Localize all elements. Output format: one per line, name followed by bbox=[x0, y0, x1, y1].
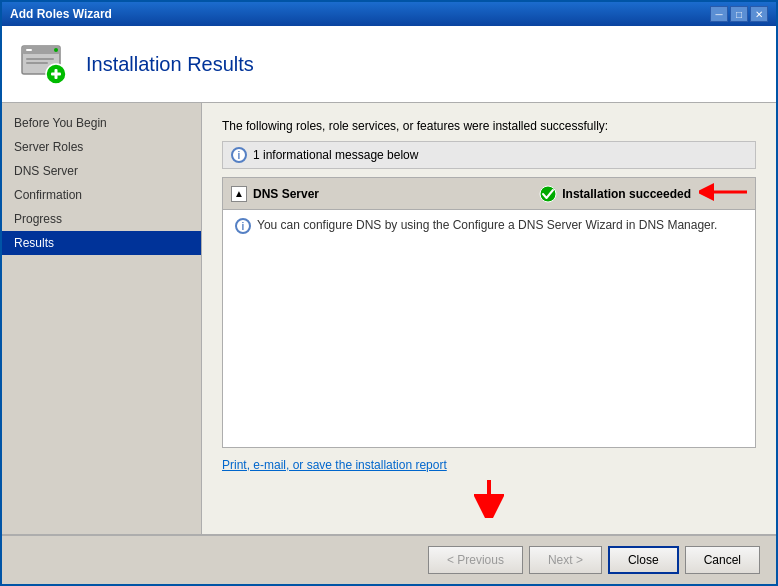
success-label: Installation succeeded bbox=[562, 187, 691, 201]
collapse-button[interactable]: ▲ bbox=[231, 186, 247, 202]
page-title: Installation Results bbox=[86, 53, 254, 76]
previous-button[interactable]: < Previous bbox=[428, 546, 523, 574]
results-detail: i You can configure DNS by using the Con… bbox=[223, 210, 755, 242]
wizard-footer: < Previous Next > Close Cancel bbox=[2, 534, 776, 584]
sidebar-item-progress[interactable]: Progress bbox=[2, 207, 201, 231]
sidebar: Before You Begin Server Roles DNS Server… bbox=[2, 103, 202, 534]
info-banner-text: 1 informational message below bbox=[253, 148, 418, 162]
title-bar: Add Roles Wizard ─ □ ✕ bbox=[2, 2, 776, 26]
detail-text: You can configure DNS by using the Confi… bbox=[257, 218, 717, 232]
success-badge: Installation succeeded bbox=[539, 185, 691, 203]
sidebar-item-before-you-begin[interactable]: Before You Begin bbox=[2, 111, 201, 135]
results-section-header: ▲ DNS Server Installation succeeded bbox=[223, 178, 755, 210]
results-panel: ▲ DNS Server Installation succeeded bbox=[222, 177, 756, 448]
svg-rect-8 bbox=[55, 69, 58, 79]
success-icon bbox=[539, 185, 557, 203]
sidebar-item-dns-server[interactable]: DNS Server bbox=[2, 159, 201, 183]
wizard-header: Installation Results bbox=[2, 26, 776, 103]
minimize-button[interactable]: ─ bbox=[710, 6, 728, 22]
print-link[interactable]: Print, e-mail, or save the installation … bbox=[222, 458, 447, 472]
intro-text: The following roles, role services, or f… bbox=[222, 119, 756, 133]
content-area: The following roles, role services, or f… bbox=[202, 103, 776, 534]
wizard-window: Add Roles Wizard ─ □ ✕ bbox=[0, 0, 778, 586]
wizard-body: Before You Begin Server Roles DNS Server… bbox=[2, 103, 776, 534]
arrow-indicator bbox=[699, 183, 747, 204]
sidebar-item-results[interactable]: Results bbox=[2, 231, 201, 255]
down-arrow-icon bbox=[474, 478, 504, 518]
info-icon: i bbox=[231, 147, 247, 163]
svg-rect-5 bbox=[26, 62, 48, 64]
svg-point-3 bbox=[54, 48, 58, 52]
svg-rect-2 bbox=[26, 49, 32, 51]
section-title: DNS Server bbox=[253, 187, 539, 201]
collapse-icon: ▲ bbox=[234, 188, 244, 199]
down-arrow-area bbox=[222, 478, 756, 518]
detail-info-icon: i bbox=[235, 218, 251, 234]
info-banner: i 1 informational message below bbox=[222, 141, 756, 169]
header-icon bbox=[18, 38, 70, 90]
close-button[interactable]: Close bbox=[608, 546, 679, 574]
cancel-button[interactable]: Cancel bbox=[685, 546, 760, 574]
close-button[interactable]: ✕ bbox=[750, 6, 768, 22]
window-controls: ─ □ ✕ bbox=[710, 6, 768, 22]
svg-rect-4 bbox=[26, 58, 54, 60]
window-title: Add Roles Wizard bbox=[10, 7, 112, 21]
sidebar-item-confirmation[interactable]: Confirmation bbox=[2, 183, 201, 207]
print-link-area: Print, e-mail, or save the installation … bbox=[222, 458, 756, 472]
sidebar-item-server-roles[interactable]: Server Roles bbox=[2, 135, 201, 159]
maximize-button[interactable]: □ bbox=[730, 6, 748, 22]
next-button[interactable]: Next > bbox=[529, 546, 602, 574]
